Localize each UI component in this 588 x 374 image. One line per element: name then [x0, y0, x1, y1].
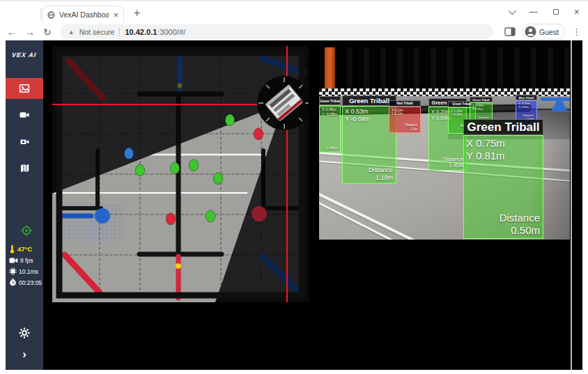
side-panel-icon[interactable]	[504, 27, 516, 36]
latency-value: 10.1ms	[19, 268, 38, 275]
green-triball-marker	[135, 164, 144, 176]
browser-window: VexAI Dashboard × + — × ← → ↻ ▲ Not secu…	[0, 0, 588, 374]
uptime-value: 00:23:05	[19, 279, 42, 286]
url-divider	[119, 28, 120, 36]
camera-view-panel[interactable]: Green TriballX 0.45m Y -0.08m1.64mGreen …	[319, 47, 570, 240]
green-triball-marker	[206, 210, 215, 222]
sidebar-footer: ›	[19, 327, 30, 360]
forward-icon[interactable]: →	[25, 27, 35, 37]
video-camera-icon	[19, 109, 30, 120]
detection-label: Red Triball	[389, 100, 421, 107]
status-panel: 47°C 8 fps	[6, 224, 43, 286]
tab-strip: VexAI Dashboard × + — ×	[0, 1, 588, 23]
sidebar: VEX AI	[6, 40, 43, 370]
detection-distance: Distance 1.3m	[405, 123, 417, 131]
cpu-chip-icon	[9, 267, 17, 275]
url-host: 10.42.0.1	[125, 28, 157, 36]
latency-stat: 10.1ms	[9, 267, 38, 275]
fps-value: 8 fps	[20, 257, 33, 264]
field-map	[52, 46, 309, 302]
detection-label: Green Triball	[470, 97, 493, 102]
tab-separator	[40, 8, 41, 20]
address-bar[interactable]: ▲ Not secure 10.42.0.1 :3000/#/	[60, 24, 493, 39]
blue-triball-marker	[124, 148, 133, 159]
green-triball-marker	[170, 162, 179, 174]
green-triball-marker	[213, 173, 222, 185]
target-icon	[20, 224, 33, 237]
clock-icon	[9, 279, 17, 286]
red-triball-marker	[166, 213, 175, 225]
security-label: Not secure	[79, 28, 115, 36]
detection-xy: X -0.35m Y 0.31m	[472, 104, 483, 111]
detection-xy: X 0.75m Y 0.81m	[466, 137, 505, 162]
detection-xy: X 1.10m Y 0.30m	[451, 109, 463, 117]
tab-vexai-dashboard[interactable]: VexAI Dashboard ×	[42, 6, 124, 23]
globe-icon	[47, 11, 55, 19]
minimize-icon[interactable]: —	[529, 8, 538, 16]
detection-bbox: X 0.45m Y -0.08m1.64m	[319, 105, 341, 153]
restore-icon[interactable]	[553, 9, 559, 15]
detection-label: Green Triball	[463, 119, 543, 135]
expand-sidebar-button[interactable]: ›	[22, 348, 26, 360]
sidebar-item-camera-feed[interactable]	[6, 104, 43, 125]
image-icon	[19, 83, 30, 94]
browser-chrome: VexAI Dashboard × + — × ← → ↻ ▲ Not secu…	[0, 1, 588, 40]
profile-button[interactable]: Guest	[523, 24, 565, 40]
green-triball-marker	[189, 159, 198, 171]
detection-distance: 1.64m	[327, 146, 337, 150]
sidebar-item-field-map[interactable]	[6, 157, 43, 178]
fps-camera-icon	[9, 257, 18, 264]
detection-distance: Distance 0.50m	[500, 212, 540, 237]
temperature-value: 47°C	[17, 245, 32, 253]
green-triball-marker	[225, 114, 234, 126]
uptime-stat: 00:23:05	[9, 279, 42, 286]
detection-red-triball: Red TriballX 0.22m Y 0.12mDistance 1.3m	[389, 100, 421, 133]
detection-distance: Distance 1.19m	[369, 166, 393, 182]
gear-icon[interactable]	[19, 327, 30, 338]
detection-label: Blue Triball	[516, 95, 537, 100]
detection-bbox: X 0.75m Y 0.81mDistance 0.50m	[463, 135, 543, 239]
reload-icon[interactable]: ↻	[43, 27, 52, 37]
red-triball-marker	[254, 128, 263, 140]
temperature-stat: 47°C	[9, 244, 32, 254]
browser-toolbar: ← → ↻ ▲ Not secure 10.42.0.1 :3000/#/	[0, 23, 588, 40]
detection-xy: X -0.75m Y 0.35m	[518, 102, 529, 109]
detection-bbox: X 0.22m Y 0.12mDistance 1.3m	[389, 107, 421, 133]
browser-menu-icon[interactable]: ⋮	[572, 26, 581, 37]
detection-label: Green Triball	[319, 96, 341, 105]
sidebar-item-camera-detection[interactable]	[6, 131, 43, 152]
toolbar-right: Guest ⋮	[504, 24, 581, 40]
video-camera-alt-icon	[20, 137, 30, 147]
detection-xy: X 0.53m Y -0.04m	[345, 108, 370, 123]
detection-xy: X 0.45m Y -0.08m	[322, 107, 337, 116]
tab-title: VexAI Dashboard	[59, 10, 109, 19]
back-icon[interactable]: ←	[7, 27, 17, 37]
tab-close-icon[interactable]: ×	[113, 10, 118, 20]
detection-layer: Green TriballX 0.45m Y -0.08m1.64mGreen …	[319, 47, 570, 240]
not-secure-warning-icon: ▲	[68, 29, 75, 36]
sidebar-nav	[6, 78, 43, 184]
page-scrollbar[interactable]	[571, 40, 572, 370]
thermometer-icon	[9, 244, 15, 254]
map-icon	[20, 163, 30, 173]
new-tab-button[interactable]: +	[134, 7, 140, 20]
field-map-panel[interactable]	[52, 46, 309, 302]
detection-green-triball: Green TriballX 0.75m Y 0.81mDistance 0.5…	[463, 119, 543, 239]
detection-xy: X 0.22m Y 0.12m	[392, 109, 403, 116]
fps-stat: 8 fps	[9, 257, 33, 264]
vexai-logo: VEX AI	[12, 52, 38, 59]
sidebar-item-dashboard[interactable]	[6, 78, 43, 99]
window-menu-icon[interactable]	[509, 7, 516, 15]
window-controls: — ×	[509, 7, 580, 17]
close-icon[interactable]: ×	[574, 7, 580, 17]
detection-distance: Distance 1.40m	[443, 156, 463, 169]
avatar-icon	[525, 26, 536, 38]
profile-label: Guest	[539, 28, 559, 36]
dashboard-page: VEX AI	[6, 40, 582, 370]
detection-green-triball: Green TriballX 0.45m Y -0.08m1.64m	[319, 96, 341, 153]
url-path: :3000/#/	[157, 28, 185, 36]
